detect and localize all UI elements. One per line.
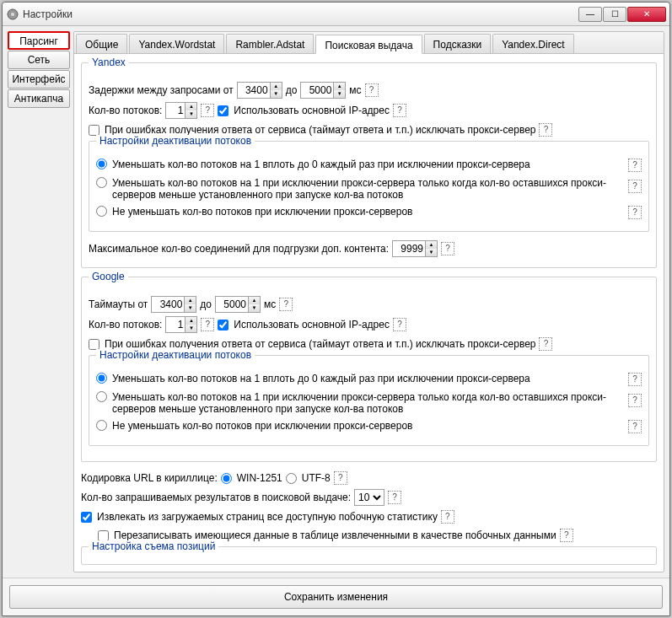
yandex-threads-spinner[interactable]: ▲▼ [165, 102, 197, 119]
label: Кол-во запрашиваемых результатов в поиск… [81, 490, 351, 505]
radio[interactable] [96, 177, 107, 188]
tab-suggestions[interactable]: Подсказки [424, 34, 492, 53]
spin-down-icon[interactable]: ▼ [185, 325, 196, 332]
google-timeout-to-spinner[interactable]: ▲▼ [215, 296, 261, 313]
yandex-exclude-proxy-checkbox[interactable] [89, 125, 99, 136]
help-icon[interactable]: ? [441, 510, 454, 524]
yandex-maxconn-row: Максимальное кол-во соединений для подгр… [89, 240, 649, 257]
help-icon[interactable]: ? [539, 123, 552, 137]
spin-up-icon[interactable]: ▲ [185, 103, 196, 110]
spin-up-icon[interactable]: ▲ [333, 83, 345, 90]
spin-down-icon[interactable]: ▼ [185, 110, 196, 118]
help-icon[interactable]: ? [201, 318, 214, 331]
radio[interactable] [96, 420, 107, 431]
content-scroll[interactable]: Yandex Задержки между запросами от ▲▼ до… [74, 54, 664, 572]
google-threads-row: Кол-во потоков: ▲▼ ? Использовать основн… [89, 316, 649, 333]
google-timeout-row: Таймауты от ▲▼ до ▲▼ мс ? [89, 296, 649, 313]
settings-window: Настройки — ☐ ✕ Парсинг Сеть Интерфейс А… [2, 2, 670, 616]
label: Извлекать из загружаемых страниц все дос… [97, 509, 438, 524]
help-icon[interactable]: ? [393, 104, 406, 117]
overwrite-checkbox[interactable] [98, 530, 109, 541]
help-icon[interactable]: ? [441, 242, 454, 255]
client-area: Парсинг Сеть Интерфейс Антикапча Общие Y… [3, 26, 669, 578]
results-select[interactable]: 10 [354, 489, 384, 506]
help-icon[interactable]: ? [628, 206, 642, 219]
help-icon[interactable]: ? [628, 373, 642, 386]
spin-up-icon[interactable]: ▲ [185, 317, 196, 325]
save-button[interactable]: Сохранить изменения [9, 585, 663, 609]
spin-down-icon[interactable]: ▼ [333, 90, 345, 98]
encoding-win1251-radio[interactable] [221, 473, 232, 484]
label: Не уменьшать кол-во потоков при исключен… [112, 420, 625, 432]
spin-down-icon[interactable]: ▼ [184, 304, 196, 312]
footer: Сохранить изменения [3, 578, 669, 615]
main-panel: Общие Yandex.Wordstat Rambler.Adstat Пои… [73, 31, 664, 572]
sidebar-item-anticaptcha[interactable]: Антикапча [8, 89, 70, 108]
google-threads-input[interactable] [166, 317, 185, 332]
label: Таймауты от [89, 297, 148, 312]
tab-rambler-adstat[interactable]: Rambler.Adstat [226, 34, 314, 53]
spin-down-icon[interactable]: ▼ [425, 249, 437, 256]
radio[interactable] [96, 206, 107, 217]
yandex-maxconn-input[interactable] [393, 241, 425, 256]
label: Использовать основной IP-адрес [234, 317, 390, 332]
sidebar-item-parsing[interactable]: Парсинг [8, 31, 70, 50]
help-icon[interactable]: ? [393, 318, 406, 331]
minimize-button[interactable]: — [578, 7, 602, 22]
tab-yandex-wordstat[interactable]: Yandex.Wordstat [129, 34, 224, 53]
radio[interactable] [96, 159, 107, 169]
yandex-delay-from-spinner[interactable]: ▲▼ [237, 82, 282, 99]
yandex-deactivation-group: Настройки деактивации потоков ? Уменьшат… [89, 141, 649, 232]
yandex-delay-from-input[interactable] [238, 83, 270, 98]
encoding-row: Кодировка URL в кириллице: WIN-1251 UTF-… [81, 470, 657, 486]
google-deact-opt1: Уменьшать кол-во потоков на 1 вплоть до … [96, 373, 642, 386]
yandex-maxconn-spinner[interactable]: ▲▼ [392, 240, 438, 257]
sidebar-item-network[interactable]: Сеть [8, 51, 70, 69]
label: до [200, 297, 212, 312]
help-icon[interactable]: ? [628, 159, 642, 172]
yandex-deact-opt2: Уменьшать кол-во потоков на 1 при исключ… [96, 177, 642, 201]
radio[interactable] [96, 373, 107, 384]
spin-up-icon[interactable]: ▲ [248, 297, 260, 304]
help-icon[interactable]: ? [201, 104, 214, 117]
yandex-delay-to-input[interactable] [301, 83, 333, 98]
yandex-delay-to-spinner[interactable]: ▲▼ [300, 82, 346, 99]
help-icon[interactable]: ? [560, 529, 573, 542]
help-icon[interactable]: ? [365, 83, 379, 97]
tab-general[interactable]: Общие [76, 34, 127, 53]
help-icon[interactable]: ? [628, 394, 642, 407]
titlebar[interactable]: Настройки — ☐ ✕ [3, 3, 669, 26]
help-icon[interactable]: ? [628, 180, 642, 193]
help-icon[interactable]: ? [334, 471, 347, 485]
spin-up-icon[interactable]: ▲ [184, 297, 196, 304]
help-icon[interactable]: ? [539, 337, 552, 351]
help-icon[interactable]: ? [388, 491, 401, 504]
tab-yandex-direct[interactable]: Yandex.Direct [492, 34, 573, 53]
google-exclude-proxy-checkbox[interactable] [89, 339, 99, 350]
spin-up-icon[interactable]: ▲ [425, 241, 437, 249]
app-icon [6, 8, 19, 21]
google-use-main-ip-checkbox[interactable] [218, 320, 228, 330]
help-icon[interactable]: ? [279, 298, 293, 311]
radio[interactable] [96, 391, 107, 402]
tab-serp[interactable]: Поисковая выдача [315, 35, 422, 54]
google-timeout-to-input[interactable] [216, 297, 248, 312]
yandex-threads-row: Кол-во потоков: ▲▼ ? Использовать основн… [89, 102, 649, 119]
label: Кодировка URL в кириллице: [81, 470, 218, 486]
close-button[interactable]: ✕ [627, 7, 666, 22]
yandex-use-main-ip-checkbox[interactable] [218, 105, 228, 116]
google-timeout-from-spinner[interactable]: ▲▼ [151, 296, 196, 313]
help-icon[interactable]: ? [628, 420, 642, 433]
spin-down-icon[interactable]: ▼ [248, 304, 260, 312]
google-threads-spinner[interactable]: ▲▼ [165, 316, 197, 333]
google-timeout-from-input[interactable] [152, 297, 184, 312]
extract-checkbox[interactable] [81, 512, 92, 523]
encoding-utf8-radio[interactable] [286, 473, 297, 484]
maximize-button[interactable]: ☐ [603, 7, 626, 22]
label: Уменьшать кол-во потоков на 1 при исключ… [112, 177, 642, 201]
spin-down-icon[interactable]: ▼ [270, 90, 282, 98]
sidebar-item-interface[interactable]: Интерфейс [8, 70, 70, 89]
spin-up-icon[interactable]: ▲ [270, 83, 282, 90]
yandex-threads-input[interactable] [166, 103, 185, 118]
label: UTF-8 [302, 470, 331, 486]
